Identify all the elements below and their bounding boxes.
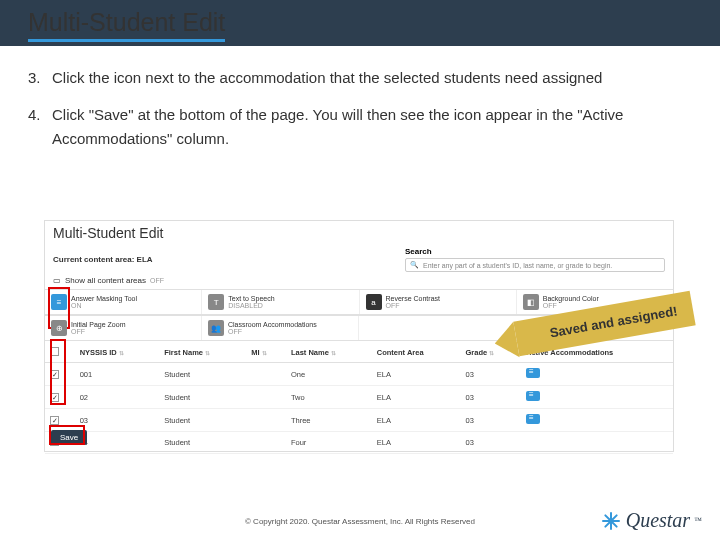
search-icon: 🔍 (410, 261, 419, 269)
instruction-step-4: Click "Save" at the bottom of the page. … (28, 103, 692, 150)
bgcolor-icon: ◧ (523, 294, 539, 310)
cell-first: Student (159, 386, 246, 409)
screenshot-heading: Multi-Student Edit (45, 221, 673, 245)
cell-id: 04 (75, 432, 160, 454)
table-row: 04StudentFourELA03 (45, 432, 673, 454)
content-area-label: Current content area: ELA (53, 255, 153, 264)
student-table: NYSSIS ID⇅ First Name⇅ MI⇅ Last Name⇅ Co… (45, 343, 673, 454)
toggle-icon: ▭ (53, 276, 61, 285)
cell-last: One (286, 363, 372, 386)
classroom-icon: 👥 (208, 320, 224, 336)
cell-last: Two (286, 386, 372, 409)
accom-text-to-speech[interactable]: T Text to SpeechDISABLED (202, 290, 359, 314)
instruction-list: Click the icon next to the accommodation… (28, 66, 692, 164)
cell-mi (246, 386, 286, 409)
accom-classroom[interactable]: 👥 Classroom AccommodationsOFF (202, 316, 359, 340)
slide-title: Multi-Student Edit (28, 8, 225, 42)
table-row: ✓03StudentThreeELA03 (45, 409, 673, 432)
col-first[interactable]: First Name⇅ (159, 343, 246, 363)
col-nyssis[interactable]: NYSSIS ID⇅ (75, 343, 160, 363)
tts-icon: T (208, 294, 224, 310)
accom-answer-masking[interactable]: ≡ Answer Masking ToolON (45, 290, 202, 314)
col-area[interactable]: Content Area (372, 343, 461, 363)
accom-reverse-contrast[interactable]: a Reverse ContrastOFF (360, 290, 517, 314)
accom-initial-zoom[interactable]: ⊕ Initial Page ZoomOFF (45, 316, 202, 340)
cell-area: ELA (372, 432, 461, 454)
col-mi[interactable]: MI⇅ (246, 343, 286, 363)
cell-last: Three (286, 409, 372, 432)
table-row: ✓001StudentOneELA03 (45, 363, 673, 386)
cell-first: Student (159, 409, 246, 432)
row-checkbox[interactable]: ✓ (50, 393, 59, 402)
cell-active (521, 432, 673, 454)
cell-id: 03 (75, 409, 160, 432)
search-label: Search (405, 247, 665, 256)
instruction-step-3: Click the icon next to the accommodation… (28, 66, 692, 89)
cell-last: Four (286, 432, 372, 454)
cell-grade: 03 (461, 363, 521, 386)
show-all-toggle[interactable]: ▭ Show all content areas OFF (45, 276, 673, 289)
row-checkbox[interactable]: ✓ (50, 370, 59, 379)
cell-first: Student (159, 432, 246, 454)
cell-id: 02 (75, 386, 160, 409)
col-checkbox[interactable] (45, 343, 75, 363)
cell-area: ELA (372, 409, 461, 432)
cell-first: Student (159, 363, 246, 386)
active-accommodation-icon (526, 368, 540, 378)
cell-area: ELA (372, 386, 461, 409)
questar-logo: Questar™ (600, 509, 702, 532)
cell-active (521, 363, 673, 386)
cell-active (521, 386, 673, 409)
cell-mi (246, 432, 286, 454)
search-input[interactable]: 🔍 Enter any part of a student's ID, last… (405, 258, 665, 272)
logo-burst-icon (600, 510, 622, 532)
cell-mi (246, 409, 286, 432)
cell-id: 001 (75, 363, 160, 386)
col-last[interactable]: Last Name⇅ (286, 343, 372, 363)
zoom-icon: ⊕ (51, 320, 67, 336)
contrast-icon: a (366, 294, 382, 310)
cell-mi (246, 363, 286, 386)
cell-grade: 03 (461, 432, 521, 454)
active-accommodation-icon (526, 391, 540, 401)
row-checkbox[interactable]: ✓ (50, 416, 59, 425)
answer-masking-icon: ≡ (51, 294, 67, 310)
cell-grade: 03 (461, 386, 521, 409)
cell-active (521, 409, 673, 432)
save-button[interactable]: Save (51, 430, 87, 445)
table-row: ✓02StudentTwoELA03 (45, 386, 673, 409)
cell-grade: 03 (461, 409, 521, 432)
cell-area: ELA (372, 363, 461, 386)
active-accommodation-icon (526, 414, 540, 424)
